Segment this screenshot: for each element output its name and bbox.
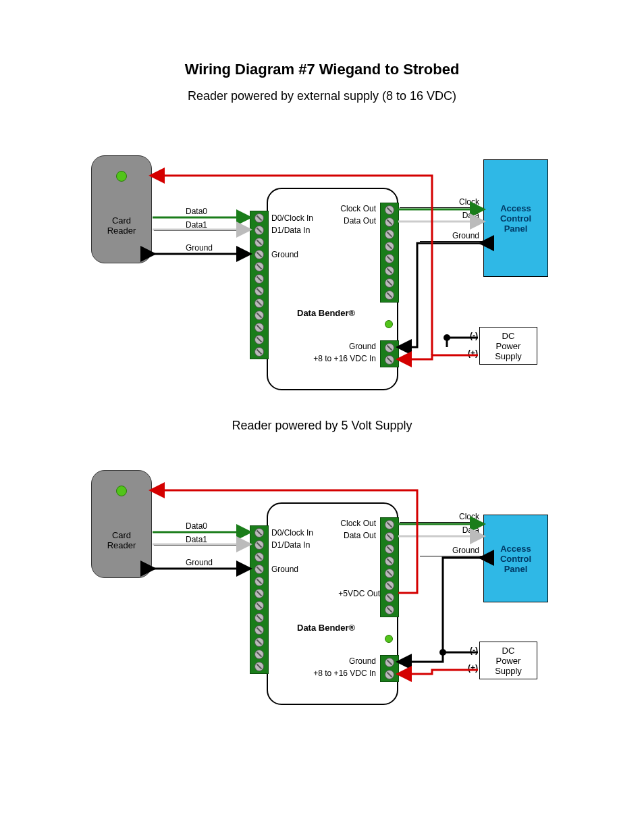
- wire-lbl-d0: Data0: [186, 521, 207, 531]
- rule: [420, 241, 482, 242]
- rule: [400, 207, 482, 208]
- screw-icon: [385, 266, 394, 276]
- wire-lbl-d0: Data0: [186, 207, 207, 216]
- lbl-gnd-left: Ground: [271, 250, 298, 259]
- rule: [400, 221, 482, 221]
- wire-lbl-clock: Clock: [432, 197, 479, 207]
- screw-icon: [385, 217, 394, 227]
- rule: [154, 568, 248, 569]
- screw-icon: [254, 262, 264, 271]
- lbl-gnd-right: Ground: [300, 656, 376, 666]
- data-bender-label: Data Bender®: [297, 308, 355, 318]
- screw-icon: [254, 589, 264, 598]
- rule: [154, 217, 248, 217]
- screw-icon: [254, 625, 264, 635]
- psu-label: DC Power Supply: [495, 646, 522, 676]
- screw-icon: [254, 286, 264, 296]
- screw-icon: [385, 658, 394, 667]
- rule: [154, 531, 248, 532]
- screw-icon: [385, 343, 394, 353]
- wire-lbl-d1: Data1: [186, 220, 207, 230]
- lbl-clock-out: Clock Out: [300, 519, 376, 528]
- screw-icon: [254, 298, 264, 308]
- led-icon: [385, 635, 393, 643]
- screw-icon: [385, 605, 394, 615]
- card-reader: Card Reader: [91, 470, 152, 578]
- card-reader-label: Card Reader: [107, 530, 136, 550]
- page: Wiring Diagram #7 Wiegand to Strobed Rea…: [0, 0, 644, 834]
- wire-lbl-gnd2: Ground: [432, 231, 479, 240]
- screw-icon: [254, 311, 264, 320]
- screw-icon: [254, 213, 264, 223]
- screw-icon: [254, 238, 264, 247]
- screw-icon: [385, 205, 394, 215]
- card-reader-label: Card Reader: [107, 215, 136, 236]
- screw-icon: [254, 613, 264, 623]
- led-icon: [116, 171, 127, 182]
- svg-point-11: [439, 649, 446, 656]
- lbl-vin: +8 to +16 VDC In: [300, 669, 376, 678]
- wire-lbl-clock: Clock: [432, 512, 479, 521]
- screw-icon: [254, 662, 264, 671]
- screw-icon: [254, 650, 264, 659]
- screw-icon: [385, 593, 394, 602]
- diagram-2: Card Reader D0/Clock In D1/Data In: [0, 463, 644, 720]
- screw-icon: [385, 230, 394, 239]
- screw-icon: [254, 565, 264, 574]
- screw-icon: [385, 556, 394, 566]
- screw-icon: [254, 226, 264, 235]
- panel-label: Access Control Panel: [500, 203, 531, 234]
- card-reader: Card Reader: [91, 155, 152, 263]
- lbl-gnd-left: Ground: [271, 565, 298, 574]
- screw-icon: [385, 532, 394, 542]
- rule: [154, 253, 248, 254]
- screw-icon: [385, 544, 394, 554]
- screw-icon: [254, 540, 264, 550]
- led-icon: [116, 486, 127, 496]
- screw-icon: [385, 242, 394, 251]
- lbl-clock-out: Clock Out: [300, 204, 376, 213]
- screw-icon: [254, 577, 264, 586]
- screw-icon: [385, 254, 394, 263]
- psu-pos: (+): [459, 348, 478, 358]
- diagram-1: Card Reader: [0, 149, 644, 405]
- lbl-d1: D1/Data In: [271, 540, 310, 550]
- screw-icon: [385, 278, 394, 288]
- lbl-vin: +8 to +16 VDC In: [300, 354, 376, 363]
- svg-point-5: [444, 334, 450, 341]
- page-subtitle: Reader powered by external supply (8 to …: [0, 89, 644, 103]
- screw-icon: [385, 569, 394, 578]
- lbl-d1: D1/Data In: [271, 226, 310, 235]
- psu-neg: (-): [459, 331, 478, 340]
- wire-lbl-d1: Data1: [186, 535, 207, 544]
- screw-icon: [385, 581, 394, 590]
- screw-icon: [385, 520, 394, 529]
- rule: [400, 522, 482, 523]
- wire-lbl-data: Data: [432, 525, 479, 535]
- wire-lbl-gnd: Ground: [186, 243, 213, 253]
- wire-lbl-gnd2: Ground: [432, 546, 479, 555]
- screw-icon: [254, 323, 264, 332]
- lbl-gnd-right: Ground: [300, 342, 376, 351]
- data-bender-label: Data Bender®: [297, 623, 355, 633]
- rule: [154, 230, 248, 231]
- screw-icon: [254, 552, 264, 562]
- screw-icon: [254, 274, 264, 284]
- screw-icon: [254, 347, 264, 357]
- subtitle-mid: Reader powered by 5 Volt Supply: [0, 419, 644, 433]
- psu-neg: (-): [459, 646, 478, 655]
- screw-icon: [385, 290, 394, 300]
- screw-icon: [385, 355, 394, 365]
- screw-icon: [385, 670, 394, 679]
- screw-icon: [254, 335, 264, 344]
- lbl-data-out: Data Out: [300, 531, 376, 540]
- psu-pos: (+): [459, 663, 478, 673]
- rule: [154, 545, 248, 546]
- lbl-5v-out: +5VDC Out: [300, 589, 380, 598]
- led-icon: [385, 320, 393, 328]
- screw-icon: [254, 528, 264, 538]
- page-title: Wiring Diagram #7 Wiegand to Strobed: [0, 61, 644, 78]
- psu-label: DC Power Supply: [495, 331, 522, 361]
- screw-icon: [254, 250, 264, 259]
- access-control-panel: Access Control Panel: [483, 159, 548, 277]
